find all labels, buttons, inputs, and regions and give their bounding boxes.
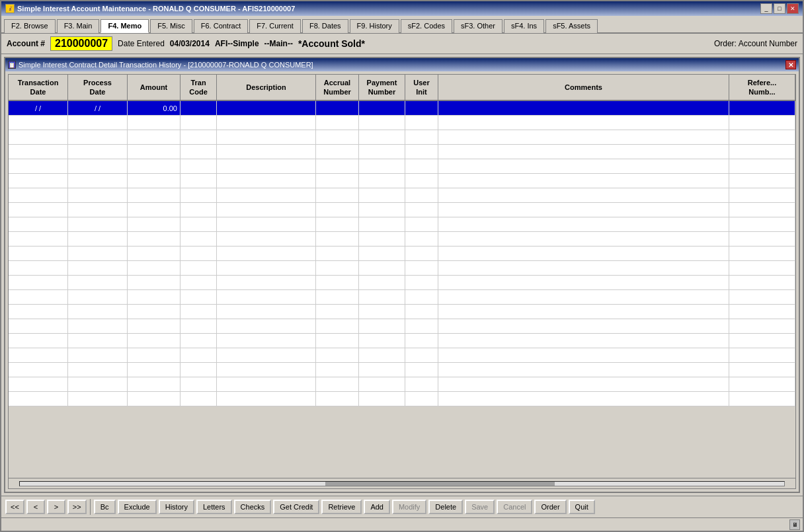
dialog-title: Simple Interest Contract Detail Transact… — [19, 61, 313, 69]
table-row[interactable] — [9, 247, 795, 261]
table-row[interactable] — [9, 276, 795, 290]
cell-user-init — [405, 101, 438, 115]
tab-sf3[interactable]: sF3. Other — [454, 19, 502, 33]
table-row[interactable]: / / / / 0.00 — [9, 101, 795, 116]
table-row[interactable] — [9, 334, 795, 348]
nav-last-button[interactable]: >> — [67, 500, 87, 514]
dialog-icon: 📋 — [8, 61, 16, 69]
minimize-button[interactable]: _ — [760, 3, 772, 14]
account-label: Account # — [7, 39, 45, 48]
table-row[interactable] — [9, 145, 795, 159]
table-row[interactable] — [9, 319, 795, 334]
horizontal-scrollbar[interactable] — [9, 478, 795, 488]
tab-f5[interactable]: F5. Misc — [150, 19, 192, 33]
tab-f9[interactable]: F9. History — [350, 19, 399, 33]
date-value: 04/03/2014 — [170, 39, 210, 48]
scrollbar-track[interactable] — [19, 481, 785, 486]
tab-f3[interactable]: F3. Main — [57, 19, 100, 33]
tab-f6[interactable]: F6. Contract — [194, 19, 249, 33]
get-credit-button[interactable]: Get Credit — [273, 500, 319, 514]
order-label: Order: — [714, 39, 737, 48]
col-payment-number: PaymentNumber — [359, 75, 405, 100]
nav-prev-button[interactable]: < — [26, 500, 45, 514]
cell-description — [217, 101, 316, 115]
account-status: *Account Sold* — [298, 38, 365, 49]
window-icon: 💰 — [5, 4, 15, 13]
table-row[interactable] — [9, 348, 795, 363]
cell-ref-num — [729, 101, 795, 115]
cell-accrual-number — [316, 101, 359, 115]
table-row[interactable] — [9, 261, 795, 276]
order-info: Order: Account Number — [714, 39, 797, 48]
history-button[interactable]: History — [159, 500, 194, 514]
col-accrual-number: AccrualNumber — [316, 75, 359, 100]
table-row[interactable] — [9, 232, 795, 247]
account-type: AFI--Simple — [215, 39, 259, 48]
modify-button[interactable]: Modify — [392, 500, 426, 514]
table-row[interactable] — [9, 217, 795, 232]
title-bar-left: 💰 Simple Interest Account Maintenance - … — [5, 4, 295, 13]
account-bar: Account # 210000007 Date Entered 04/03/2… — [1, 34, 803, 54]
grid-body[interactable]: / / / / 0.00 — [9, 101, 795, 478]
cell-comments — [438, 101, 729, 115]
col-tran-code: TranCode — [181, 75, 217, 100]
col-description: Description — [217, 75, 316, 100]
exclude-button[interactable]: Exclude — [118, 500, 157, 514]
col-user-init: UserInit — [405, 75, 438, 100]
col-ref-num: Refere...Numb... — [729, 75, 795, 100]
tab-sf2[interactable]: sF2. Codes — [401, 19, 452, 33]
nav-next-button[interactable]: > — [47, 500, 65, 514]
save-button[interactable]: Save — [465, 500, 495, 514]
table-row[interactable] — [9, 363, 795, 377]
table-row[interactable] — [9, 392, 795, 406]
tab-sf4[interactable]: sF4. Ins — [504, 19, 544, 33]
tab-sf5[interactable]: sF5. Assets — [545, 19, 598, 33]
add-button[interactable]: Add — [364, 500, 390, 514]
table-row[interactable] — [9, 290, 795, 305]
cell-process-date: / / — [68, 101, 128, 115]
table-row[interactable] — [9, 159, 795, 174]
tab-f7[interactable]: F7. Current — [249, 19, 301, 33]
title-bar-controls: _ □ ✕ — [760, 3, 799, 14]
quit-button[interactable]: Quit — [569, 500, 595, 514]
col-amount: Amount — [128, 75, 181, 100]
grid-container: TransactionDate ProcessDate Amount TranC… — [8, 74, 796, 489]
table-row[interactable] — [9, 377, 795, 392]
maximize-button[interactable]: □ — [774, 3, 785, 14]
table-row[interactable] — [9, 130, 795, 145]
table-row[interactable] — [9, 174, 795, 188]
col-trans-date: TransactionDate — [9, 75, 68, 100]
table-row[interactable] — [9, 188, 795, 203]
col-comments: Comments — [438, 75, 729, 100]
tab-f2[interactable]: F2. Browse — [4, 19, 56, 33]
cell-amount: 0.00 — [128, 101, 181, 115]
delete-button[interactable]: Delete — [428, 500, 463, 514]
dialog-title-left: 📋 Simple Interest Contract Detail Transa… — [8, 61, 313, 69]
retrieve-button[interactable]: Retrieve — [321, 500, 362, 514]
table-row[interactable] — [9, 203, 795, 217]
cancel-button[interactable]: Cancel — [497, 500, 532, 514]
checks-button[interactable]: Checks — [234, 500, 272, 514]
dialog-title-bar: 📋 Simple Interest Contract Detail Transa… — [5, 58, 799, 71]
order-button[interactable]: Order — [534, 500, 566, 514]
date-label: Date Entered — [118, 39, 165, 48]
letters-button[interactable]: Letters — [196, 500, 232, 514]
separator-1 — [90, 499, 91, 515]
main-content: 📋 Simple Interest Contract Detail Transa… — [1, 54, 803, 496]
cell-tran-code — [181, 101, 217, 115]
tab-f8[interactable]: F8. Dates — [302, 19, 348, 33]
main-window: 💰 Simple Interest Account Maintenance - … — [0, 0, 804, 532]
status-bar: 🖥 — [1, 517, 803, 531]
table-row[interactable] — [9, 116, 795, 130]
status-icon: 🖥 — [789, 519, 800, 530]
nav-first-button[interactable]: << — [5, 500, 24, 514]
account-sub-type: --Main-- — [264, 39, 293, 48]
tabs-row: F2. BrowseF3. MainF4. MemoF5. MiscF6. Co… — [1, 16, 803, 34]
bc-button[interactable]: Bc — [94, 500, 116, 514]
table-row[interactable] — [9, 305, 795, 319]
dialog-close-button[interactable]: ✕ — [785, 60, 796, 69]
close-button[interactable]: ✕ — [787, 3, 799, 14]
tab-f4[interactable]: F4. Memo — [100, 19, 149, 33]
dialog-window: 📋 Simple Interest Contract Detail Transa… — [4, 57, 800, 493]
scrollbar-thumb[interactable] — [325, 482, 555, 486]
